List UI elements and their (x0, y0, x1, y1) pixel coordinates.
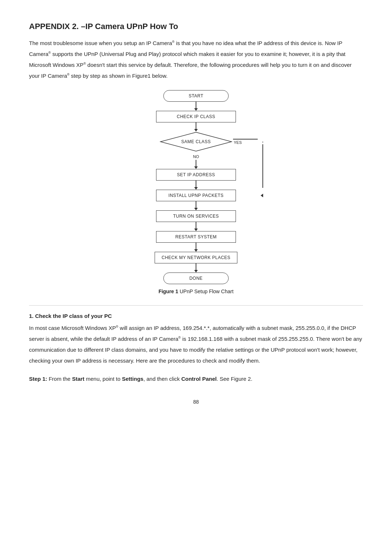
yes-horiz-arrow-to-install (261, 194, 263, 197)
line-v-2 (196, 122, 196, 129)
node-same-class-label: SAME CLASS (181, 139, 211, 144)
yes-line-h (233, 139, 258, 140)
connector-5 (109, 201, 283, 210)
step-1-settings: Settings (122, 376, 143, 382)
flowchart-start-row: START (109, 90, 283, 102)
yes-label: YES (234, 140, 242, 145)
node-done: DONE (163, 273, 229, 284)
node-same-class-wrapper: SAME CLASS YES NO (160, 132, 232, 152)
yes-right-line (262, 142, 263, 142)
section-1-title: 1. Check the IP class of your PC (29, 313, 363, 319)
line-v-8 (196, 263, 196, 270)
line-v-4 (196, 181, 196, 187)
flowchart-check-ip-row: CHECK IP CLASS (109, 111, 283, 122)
figure-caption-text: UPnP Setup Flow Chart (180, 288, 233, 294)
arrow-3 (194, 166, 198, 169)
arrow-8 (194, 270, 198, 273)
no-label: NO (193, 153, 199, 159)
arrow-2 (194, 129, 198, 132)
node-restart-system: RESTART SYSTEM (156, 231, 236, 243)
divider (29, 305, 363, 306)
arrow-7 (194, 249, 198, 252)
node-same-class: SAME CLASS (160, 132, 232, 152)
node-set-ip-address: SET IP ADDRESS (156, 169, 236, 181)
line-v-5 (196, 201, 196, 208)
line-v-3 (196, 160, 196, 166)
arrow-5 (194, 208, 198, 210)
figure-label: Figure 1 (159, 288, 178, 294)
yes-arrow-head-left (261, 194, 263, 197)
set-ip-row-container: SET IP ADDRESS (109, 169, 283, 181)
step-1: Step 1: From the Start menu, point to Se… (29, 374, 363, 384)
step-1-control-panel: Control Panel (181, 376, 217, 382)
page-title: APPENDIX 2. –IP Camera UPnP How To (29, 22, 363, 31)
connector-8 (109, 263, 283, 273)
arrow-4 (194, 187, 198, 190)
flowchart-done-row: DONE (109, 273, 283, 284)
flowchart: START CHECK IP CLASS SAME CLASS (109, 90, 283, 284)
diamond-row-container: SAME CLASS YES NO (109, 132, 283, 152)
section-1-body: In most case Microsoft Windows XP® will … (29, 323, 363, 366)
yes-line-horiz (233, 139, 258, 140)
flowchart-turn-on-row: TURN ON SERVICES (109, 210, 283, 222)
step-1-start: Start (72, 376, 84, 382)
yes-vert-line-bottom (262, 181, 263, 188)
node-install-upnp: INSTALL UPnP PACKETS (156, 190, 236, 201)
connector-7 (109, 243, 283, 252)
node-check-ip-class: CHECK IP CLASS (156, 111, 236, 122)
page-number: 88 (29, 399, 363, 405)
line-v-7 (196, 243, 196, 249)
connector-2 (109, 122, 283, 132)
flowchart-restart-row: RESTART SYSTEM (109, 231, 283, 243)
arrow-1 (194, 108, 198, 111)
arrow-6 (194, 229, 198, 231)
flowchart-check-network-row: CHECK MY NETWORK PLACES (109, 252, 283, 263)
intro-paragraph: The most troublesome issue when you setu… (29, 38, 363, 81)
figure-caption: Figure 1 UPnP Setup Flow Chart (29, 288, 363, 294)
line-v-1 (196, 102, 196, 108)
connector-1 (109, 102, 283, 111)
yes-branch-container: YES (233, 139, 258, 145)
node-check-network: CHECK MY NETWORK PLACES (155, 252, 237, 263)
install-upnp-row: INSTALL UPnP PACKETS (109, 190, 283, 201)
line-v-6 (196, 222, 196, 229)
node-start: START (163, 90, 229, 102)
step-1-label: Step 1: (29, 376, 47, 382)
connector-4 (109, 181, 283, 190)
connector-3 (109, 160, 283, 169)
node-turn-on-services: TURN ON SERVICES (156, 210, 236, 222)
connector-6 (109, 222, 283, 231)
